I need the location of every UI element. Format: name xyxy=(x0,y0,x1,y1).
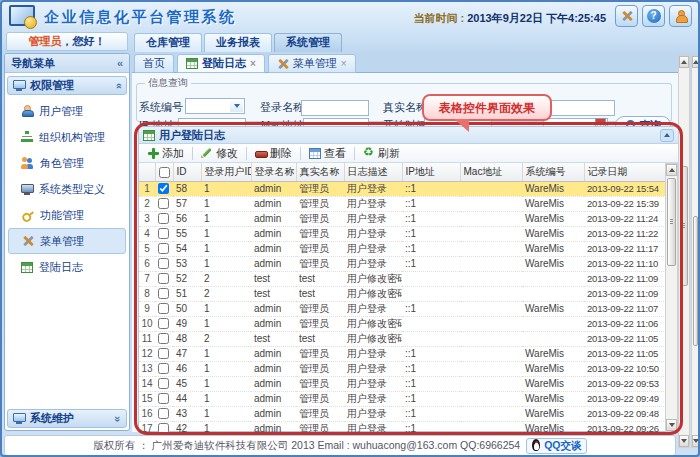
table-row[interactable]: 9501admin管理员用户登录::1WareMis2013-09-22 11:… xyxy=(139,301,666,316)
table-cell: 用户登录 xyxy=(344,241,402,256)
sidebar-item-1[interactable]: 用户管理 xyxy=(5,98,129,124)
close-icon[interactable] xyxy=(341,58,347,69)
table-cell: ::1 xyxy=(402,361,460,376)
table-cell: 47 xyxy=(173,346,201,361)
row-checkbox[interactable] xyxy=(158,198,169,209)
row-checkbox[interactable] xyxy=(158,243,169,254)
scroll-up-icon[interactable] xyxy=(692,56,699,68)
table-row[interactable]: 10491admin管理员用户修改密码2013-09-22 11:06 xyxy=(139,316,666,331)
sidebar-item-6[interactable]: 菜单管理 xyxy=(8,228,126,254)
sidebar-item-4[interactable]: 系统类型定义 xyxy=(5,176,129,202)
table-cell: ::1 xyxy=(402,421,460,432)
system-code-select[interactable] xyxy=(185,98,245,114)
toolbar-delete-button[interactable]: 删除 xyxy=(248,145,299,162)
toolbar-refresh-button[interactable]: 刷新 xyxy=(356,145,407,162)
table-row[interactable]: 8512testtest用户修改密码2013-09-22 11:09 xyxy=(139,286,666,301)
help-button[interactable] xyxy=(642,5,665,27)
nav-tab-1[interactable]: 仓库管理 xyxy=(134,33,202,52)
table-cell: 用户登录 xyxy=(344,301,402,316)
search-field[interactable] xyxy=(301,98,369,114)
table-cell: 2013-09-22 10:50 xyxy=(584,361,666,376)
content-tab-2[interactable]: 登陆日志 xyxy=(177,54,265,73)
row-checkbox[interactable] xyxy=(158,393,169,404)
table-row[interactable]: 5541admin管理员用户登录::1WareMis2013-09-22 11:… xyxy=(139,241,666,256)
table-row[interactable]: 15441admin管理员用户登录::1WareMis2013-09-22 09… xyxy=(139,391,666,406)
row-checkbox[interactable] xyxy=(158,258,169,269)
table-cell: WareMis xyxy=(522,421,584,432)
content-tab-1[interactable]: 首页 xyxy=(134,54,174,73)
chevron-down-icon[interactable] xyxy=(230,100,243,112)
select-all-checkbox[interactable] xyxy=(159,167,170,178)
row-checkbox[interactable] xyxy=(158,318,169,329)
table-scrollbar[interactable] xyxy=(665,163,678,432)
collapse-sidebar-icon[interactable] xyxy=(117,58,123,68)
scroll-down-icon[interactable] xyxy=(679,435,689,447)
table-row[interactable]: 3561admin管理员用户登录::1WareMis2013-09-22 11:… xyxy=(139,211,666,226)
table-row[interactable]: 4551admin管理员用户登录::1WareMis2013-09-22 11:… xyxy=(139,226,666,241)
scrollbar-thumb[interactable] xyxy=(667,178,676,266)
table-cell: 用户登录 xyxy=(344,181,402,196)
row-checkbox[interactable] xyxy=(158,378,169,389)
user-button[interactable] xyxy=(669,5,692,27)
table-row[interactable]: 2571admin管理员用户登录::1WareMis2013-09-22 15:… xyxy=(139,196,666,211)
scroll-down-icon[interactable] xyxy=(692,435,699,447)
sidebar-header: 导航菜单 xyxy=(5,54,129,73)
table-row[interactable]: 6531admin管理员用户登录::1WareMis2013-09-22 11:… xyxy=(139,256,666,271)
nav-tab-2[interactable]: 业务报表 xyxy=(204,33,272,52)
scroll-up-icon[interactable] xyxy=(679,56,689,68)
sidebar-item-5[interactable]: 功能管理 xyxy=(5,202,129,228)
tools-button[interactable] xyxy=(615,5,638,27)
sidebar-item-3[interactable]: 角色管理 xyxy=(5,150,129,176)
table-row[interactable]: 17421admin管理员用户登录::1WareMis2013-09-22 09… xyxy=(139,421,666,432)
text-input[interactable] xyxy=(301,100,369,116)
table-row[interactable]: 14451admin管理员用户登录::1WareMis2013-09-22 09… xyxy=(139,376,666,391)
scrollbar-thumb[interactable] xyxy=(680,166,688,286)
row-checkbox[interactable] xyxy=(158,363,169,374)
content-scrollbar[interactable] xyxy=(678,55,690,448)
row-checkbox[interactable] xyxy=(158,288,169,299)
sidebar-section-maintenance[interactable]: 系统维护 xyxy=(7,409,127,428)
page-scrollbar[interactable] xyxy=(691,55,700,448)
table-row[interactable]: 11482testtest用户修改密码2013-09-22 11:05 xyxy=(139,331,666,346)
sidebar-item-7[interactable]: 登陆日志 xyxy=(5,254,129,280)
row-checkbox-cell xyxy=(155,286,173,301)
table-row[interactable]: 13461admin管理员用户登录::1WareMis2013-09-22 10… xyxy=(139,361,666,376)
table-row[interactable]: 16431admin管理员用户登录::1WareMis2013-09-22 09… xyxy=(139,406,666,421)
row-checkbox[interactable] xyxy=(158,273,169,284)
row-checkbox-cell xyxy=(155,421,173,432)
row-checkbox[interactable] xyxy=(158,183,169,194)
qq-chat-button[interactable]: QQ交谈 xyxy=(526,438,586,454)
table-row[interactable]: 1581admin管理员用户登录::1WareMis2013-09-22 15:… xyxy=(139,181,666,196)
row-checkbox-cell xyxy=(155,256,173,271)
table-row[interactable]: 12471admin管理员用户登录::1WareMis2013-09-22 11… xyxy=(139,346,666,361)
toolbar-edit-button[interactable]: 修改 xyxy=(194,145,245,162)
toolbar-view-button[interactable]: 查看 xyxy=(302,145,353,162)
nav-tab-3[interactable]: 系统管理 xyxy=(274,33,342,52)
row-checkbox-cell xyxy=(155,331,173,346)
row-checkbox[interactable] xyxy=(158,423,169,432)
row-checkbox[interactable] xyxy=(158,333,169,344)
scrollbar-thumb[interactable] xyxy=(693,216,698,346)
row-checkbox-cell xyxy=(155,271,173,286)
text-input[interactable] xyxy=(547,100,615,116)
scroll-down-icon[interactable] xyxy=(666,419,677,431)
collapse-panel-button[interactable] xyxy=(660,129,674,142)
close-icon[interactable] xyxy=(250,58,256,69)
chevron-up-icon xyxy=(113,82,123,88)
content-tab-3[interactable]: 菜单管理 xyxy=(268,54,356,73)
column-header: 记录日期 xyxy=(584,163,666,181)
sidebar-item-2[interactable]: 组织机构管理 xyxy=(5,124,129,150)
table-cell: 用户登录 xyxy=(344,391,402,406)
row-checkbox[interactable] xyxy=(158,303,169,314)
row-checkbox[interactable] xyxy=(158,213,169,224)
table-cell xyxy=(460,301,522,316)
toolbar-add-button[interactable]: 添加 xyxy=(141,145,191,162)
row-checkbox[interactable] xyxy=(158,408,169,419)
row-checkbox[interactable] xyxy=(158,228,169,239)
row-checkbox[interactable] xyxy=(158,348,169,359)
header-buttons xyxy=(615,5,692,27)
scroll-up-icon[interactable] xyxy=(666,164,677,176)
search-field[interactable] xyxy=(547,98,615,114)
sidebar-section-permission[interactable]: 权限管理 xyxy=(7,76,127,95)
table-row[interactable]: 7522testtest用户修改密码2013-09-22 11:09 xyxy=(139,271,666,286)
